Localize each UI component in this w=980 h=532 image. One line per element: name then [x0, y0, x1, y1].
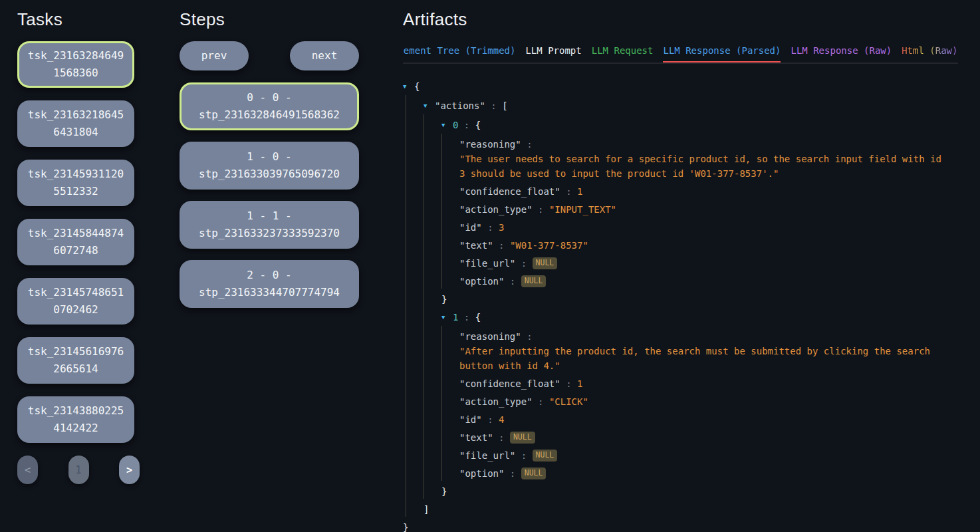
collapse-toggle-icon[interactable]: ▼ — [424, 98, 435, 113]
collapse-toggle-icon[interactable]: ▼ — [403, 79, 414, 94]
json-row-content: "confidence_float" : 1 — [459, 373, 958, 391]
json-row: "reasoning" : — [403, 134, 958, 152]
json-punctuation: { — [475, 120, 481, 130]
indent-guide — [441, 271, 459, 289]
json-row-content: "id" : 4 — [459, 409, 958, 427]
json-row-content: "option" : NULL — [459, 463, 958, 481]
indent-guide — [441, 463, 459, 481]
steps-panel: Steps prev next 0 - 0 - stp_231632846491… — [180, 9, 359, 319]
tab-html-raw[interactable]: Html (Raw) — [902, 41, 957, 64]
pagination-page-button[interactable]: 1 — [68, 456, 89, 484]
task-button[interactable]: tsk_231458448746072748 — [17, 219, 134, 265]
json-row: "confidence_float" : 1 — [403, 181, 958, 199]
indent-guide — [406, 152, 424, 166]
json-row-content: "reasoning" : — [459, 134, 958, 152]
tab-llm-prompt[interactable]: LLM Prompt — [525, 41, 581, 64]
indent-guide — [424, 253, 441, 271]
pagination-next-button[interactable]: > — [119, 456, 140, 484]
json-row-content: ▼{ — [403, 76, 958, 95]
collapse-toggle-icon[interactable]: ▼ — [441, 118, 453, 132]
json-row: "The user needs to search for a specific… — [403, 152, 958, 166]
json-null-badge: NULL — [521, 275, 547, 287]
indent-guide — [406, 235, 424, 253]
json-row-content: ▼"actions" : [ — [424, 95, 958, 114]
steps-list: 0 - 0 - stp_2316328464915683621 - 0 - st… — [180, 82, 359, 308]
task-button[interactable]: tsk_231632186456431804 — [17, 100, 134, 147]
task-button[interactable]: tsk_231438802254142422 — [17, 396, 134, 443]
indent-guide — [424, 427, 441, 445]
json-row-content: "action_type" : "INPUT_TEXT" — [459, 199, 958, 217]
step-button[interactable]: 1 - 1 - stp_231633237333592370 — [180, 201, 359, 249]
steps-title: Steps — [180, 9, 359, 30]
pagination-prev-button[interactable]: < — [17, 456, 38, 484]
json-punctuation: } — [403, 522, 408, 532]
json-row-content: "text" : NULL — [459, 427, 958, 445]
tab-element-tree-trimmed[interactable]: Element Tree (Trimmed) — [403, 41, 515, 64]
json-row-content: "id" : 3 — [459, 217, 958, 235]
indent-guide — [406, 114, 424, 134]
json-key: "confidence_float" — [459, 378, 560, 389]
task-button[interactable]: tsk_231459311205512332 — [17, 160, 134, 206]
json-row: ▼{ — [403, 76, 958, 95]
json-null-badge: NULL — [521, 467, 547, 479]
json-value-number: 1 — [577, 378, 582, 389]
json-row: "action_type" : "CLICK" — [403, 391, 958, 409]
steps-next-button[interactable]: next — [290, 41, 359, 70]
collapse-toggle-icon[interactable]: ▼ — [441, 310, 453, 325]
tab-llm-response-parsed[interactable]: LLM Response (Parsed) — [663, 41, 781, 64]
task-button[interactable]: tsk_231632846491568360 — [17, 41, 134, 88]
json-value-number: 4 — [499, 414, 504, 425]
indent-guide — [406, 499, 424, 517]
json-colon: : — [482, 414, 499, 425]
step-button[interactable]: 0 - 0 - stp_231632846491568362 — [180, 82, 359, 130]
indent-guide — [406, 181, 424, 199]
indent-guide — [406, 134, 424, 152]
json-key: "text" — [459, 432, 493, 443]
json-null-badge: NULL — [533, 450, 558, 462]
indent-guide — [441, 217, 459, 235]
json-row-content: } — [403, 517, 958, 532]
indent-guide — [424, 344, 441, 358]
json-row: "confidence_float" : 1 — [403, 373, 958, 391]
indent-guide — [424, 199, 441, 217]
task-button[interactable]: tsk_231456169762665614 — [17, 337, 134, 384]
json-colon: : — [482, 222, 499, 233]
json-value-string: button with id 4." — [459, 360, 560, 371]
json-key: "id" — [459, 414, 482, 425]
json-row-content: "confidence_float" : 1 — [459, 181, 958, 199]
json-row: button with id 4." — [403, 358, 958, 373]
json-key: "file_url" — [459, 258, 515, 269]
indent-guide — [406, 271, 424, 289]
indent-guide — [441, 235, 459, 253]
json-row-content: "file_url" : NULL — [459, 445, 958, 463]
tab-llm-response-raw[interactable]: LLM Response (Raw) — [791, 41, 892, 64]
artifacts-tabbar: Element Tree (Trimmed)LLM PromptLLM Requ… — [403, 41, 958, 64]
indent-guide — [441, 391, 459, 409]
json-value-string: "After inputting the product id, the sea… — [459, 346, 930, 356]
indent-guide — [424, 166, 441, 181]
json-row: "id" : 4 — [403, 409, 958, 427]
json-row: "After inputting the product id, the sea… — [403, 344, 958, 358]
task-button[interactable]: tsk_231457486510702462 — [17, 278, 134, 325]
indent-guide — [424, 134, 441, 152]
json-row-content: ▼0 : { — [441, 114, 958, 134]
tab-llm-request[interactable]: LLM Request — [592, 41, 654, 64]
json-value-string: "INPUT_TEXT" — [549, 204, 616, 215]
indent-guide — [424, 289, 441, 307]
json-value-string: "W01-377-8537" — [510, 240, 588, 251]
indent-guide — [441, 152, 459, 166]
json-null-badge: NULL — [533, 257, 558, 269]
json-key: "id" — [459, 222, 482, 233]
indent-guide — [406, 326, 424, 344]
step-button[interactable]: 2 - 0 - stp_231633344707774794 — [180, 260, 359, 308]
indent-guide — [424, 307, 441, 326]
json-null-badge: NULL — [510, 432, 535, 444]
step-button[interactable]: 1 - 0 - stp_231633039765096720 — [180, 142, 359, 190]
json-punctuation: } — [441, 486, 447, 497]
steps-prev-button[interactable]: prev — [180, 41, 249, 70]
json-colon: : — [515, 258, 532, 269]
indent-guide — [441, 344, 459, 358]
json-key: "action_type" — [459, 204, 533, 215]
json-row-content: ▼1 : { — [441, 307, 958, 326]
json-row: ▼1 : { — [403, 307, 958, 326]
